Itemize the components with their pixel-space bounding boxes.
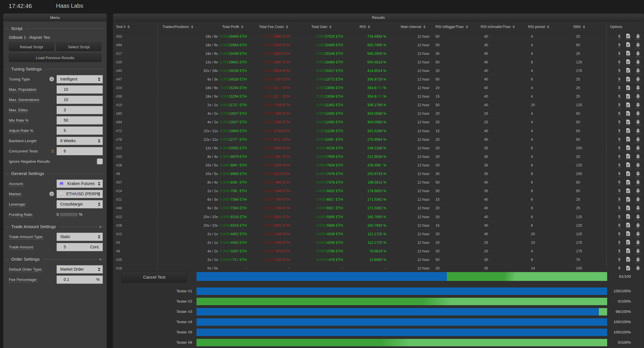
document-icon[interactable] bbox=[626, 205, 631, 211]
cancel-test-button[interactable]: Cancel Test bbox=[121, 271, 187, 283]
robot-icon[interactable] bbox=[635, 119, 641, 125]
document-icon[interactable] bbox=[626, 231, 631, 237]
field-input-0-2[interactable]: 10 bbox=[57, 96, 103, 104]
sort-icon[interactable] bbox=[127, 25, 130, 28]
info-icon[interactable]: i bbox=[49, 77, 54, 81]
document-icon[interactable] bbox=[626, 222, 631, 228]
sort-icon[interactable] bbox=[329, 25, 332, 28]
robot-icon[interactable] bbox=[635, 171, 641, 177]
document-icon[interactable] bbox=[626, 188, 631, 194]
dollar-icon[interactable]: $ bbox=[618, 266, 621, 270]
field-select-0-6[interactable]: 8 Weeks bbox=[57, 137, 103, 145]
dollar-icon[interactable]: $ bbox=[618, 180, 621, 185]
column-header-total-fee-costs[interactable]: Total Fee Costs bbox=[259, 21, 288, 32]
dollar-icon[interactable]: $ bbox=[618, 223, 621, 228]
document-icon[interactable] bbox=[626, 197, 631, 203]
field-input-0-5[interactable]: 5 bbox=[57, 126, 103, 135]
field-select-3-0[interactable]: Market Order bbox=[57, 265, 103, 273]
document-icon[interactable] bbox=[626, 102, 631, 108]
field-input-2-1[interactable]: 5Cont. bbox=[57, 243, 103, 251]
column-header-rsi-period[interactable]: RSI period bbox=[528, 21, 549, 32]
dollar-icon[interactable]: $ bbox=[618, 111, 621, 116]
field-select-0-0[interactable]: Intelligent bbox=[57, 75, 103, 83]
robot-icon[interactable] bbox=[635, 102, 641, 108]
document-icon[interactable] bbox=[626, 68, 631, 74]
document-icon[interactable] bbox=[626, 265, 631, 270]
column-header-sma[interactable]: SMA bbox=[573, 21, 585, 32]
field-input-0-1[interactable]: 10 bbox=[57, 85, 103, 94]
sort-icon[interactable] bbox=[583, 25, 585, 28]
field-select-1-0[interactable]: Kraken Futures bbox=[57, 180, 103, 188]
document-icon[interactable] bbox=[626, 162, 631, 168]
dollar-icon[interactable]: $ bbox=[618, 85, 621, 90]
dollar-icon[interactable]: $ bbox=[618, 249, 621, 254]
document-icon[interactable] bbox=[626, 154, 631, 160]
load-previous-results-button[interactable]: Load Previous Results bbox=[9, 53, 101, 62]
robot-icon[interactable] bbox=[635, 154, 641, 160]
dollar-icon[interactable]: $ bbox=[618, 34, 621, 39]
robot-icon[interactable] bbox=[635, 257, 641, 263]
robot-icon[interactable] bbox=[635, 188, 641, 194]
sort-icon[interactable] bbox=[423, 25, 426, 28]
dollar-icon[interactable]: $ bbox=[618, 120, 621, 125]
dollar-icon[interactable]: $ bbox=[618, 43, 621, 48]
checkbox[interactable] bbox=[97, 158, 103, 164]
info-icon[interactable]: i bbox=[49, 192, 54, 196]
dollar-icon[interactable]: $ bbox=[618, 240, 621, 245]
sort-icon[interactable] bbox=[547, 25, 549, 28]
document-icon[interactable] bbox=[626, 171, 631, 177]
sort-icon[interactable] bbox=[513, 25, 515, 28]
dollar-icon[interactable]: $ bbox=[618, 154, 621, 159]
sort-icon[interactable] bbox=[368, 25, 370, 28]
document-icon[interactable] bbox=[626, 240, 631, 246]
robot-icon[interactable] bbox=[635, 76, 641, 83]
field-input-3-1[interactable]: 0.1% bbox=[57, 275, 103, 284]
collapse-icon[interactable]: » bbox=[97, 258, 102, 260]
field-select-2-0[interactable]: Static bbox=[57, 233, 103, 241]
document-icon[interactable] bbox=[626, 257, 631, 263]
document-icon[interactable] bbox=[626, 42, 631, 48]
robot-icon[interactable] bbox=[635, 59, 641, 65]
dollar-icon[interactable]: $ bbox=[618, 232, 621, 237]
select-script-button[interactable]: Select Script bbox=[56, 43, 101, 51]
collapse-icon[interactable]: » bbox=[97, 226, 102, 228]
dollar-icon[interactable]: $ bbox=[618, 137, 621, 142]
document-icon[interactable] bbox=[626, 111, 631, 117]
robot-icon[interactable] bbox=[635, 93, 641, 100]
dollar-icon[interactable]: $ bbox=[618, 197, 621, 202]
column-header-main-interval[interactable]: Main Interval bbox=[401, 21, 426, 32]
document-icon[interactable] bbox=[626, 248, 631, 254]
column-header-roi[interactable]: ROI bbox=[360, 21, 370, 32]
field-input-0-4[interactable]: 50 bbox=[57, 116, 103, 124]
dollar-icon[interactable]: $ bbox=[618, 146, 621, 151]
robot-icon[interactable] bbox=[635, 179, 641, 186]
robot-icon[interactable] bbox=[635, 110, 641, 117]
dollar-icon[interactable]: $ bbox=[618, 257, 621, 262]
dollar-icon[interactable]: $ bbox=[618, 188, 621, 194]
document-icon[interactable] bbox=[626, 214, 631, 220]
robot-icon[interactable] bbox=[635, 42, 641, 48]
robot-icon[interactable] bbox=[635, 248, 641, 254]
sort-icon[interactable] bbox=[286, 25, 288, 28]
robot-icon[interactable] bbox=[635, 51, 641, 57]
dollar-icon[interactable]: $ bbox=[618, 77, 621, 82]
robot-icon[interactable] bbox=[635, 205, 641, 211]
dollar-icon[interactable]: $ bbox=[618, 206, 621, 211]
menu-button[interactable]: Menu bbox=[3, 14, 107, 21]
document-icon[interactable] bbox=[626, 136, 631, 142]
robot-icon[interactable] bbox=[635, 214, 641, 220]
robot-icon[interactable] bbox=[635, 128, 641, 134]
robot-icon[interactable] bbox=[635, 240, 641, 246]
column-header-total-profit[interactable]: Total Profit bbox=[222, 21, 243, 32]
document-icon[interactable] bbox=[626, 77, 631, 83]
column-header-rsi-isbiggerthan[interactable]: RSI IsBiggerThan bbox=[436, 21, 468, 32]
field-input-0-3[interactable]: 3 bbox=[57, 106, 103, 114]
dollar-icon[interactable]: $ bbox=[618, 94, 621, 99]
document-icon[interactable] bbox=[626, 85, 631, 91]
dollar-icon[interactable]: $ bbox=[618, 102, 621, 108]
robot-icon[interactable] bbox=[635, 145, 641, 151]
document-icon[interactable] bbox=[626, 119, 631, 125]
robot-icon[interactable] bbox=[635, 85, 641, 91]
field-input-0-7[interactable]: 6 bbox=[57, 147, 103, 155]
dollar-icon[interactable]: $ bbox=[618, 163, 621, 168]
